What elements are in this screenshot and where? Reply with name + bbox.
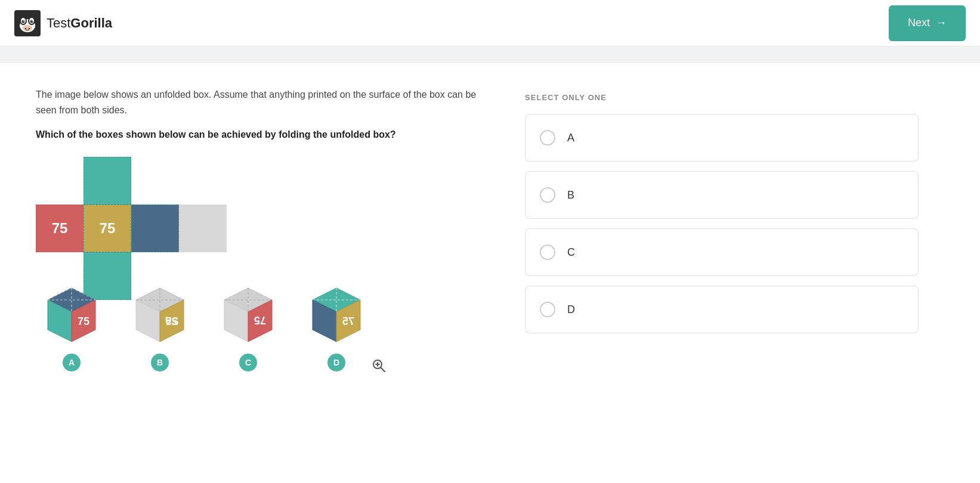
options-panel: SELECT ONLY ONE A B C D bbox=[525, 87, 919, 371]
cube-b-label: B bbox=[151, 354, 169, 371]
svg-point-12 bbox=[29, 28, 30, 29]
face-left: 75 bbox=[36, 205, 84, 252]
cube-d-svg: 75 bbox=[301, 282, 372, 348]
zoom-icon[interactable] bbox=[371, 358, 387, 376]
svg-point-7 bbox=[30, 20, 33, 23]
answer-cubes-row: 75 A 25 bbox=[36, 282, 477, 371]
face-center: 75 bbox=[84, 205, 131, 252]
cube-c-label: C bbox=[239, 354, 257, 371]
question-panel: The image below shows an unfolded box. A… bbox=[36, 87, 477, 371]
option-row-a[interactable]: A bbox=[525, 114, 919, 162]
cube-a-svg: 75 bbox=[36, 282, 107, 348]
cube-c-svg: 75 bbox=[212, 282, 284, 348]
radio-c[interactable] bbox=[540, 244, 555, 260]
cube-a-label: A bbox=[63, 354, 81, 371]
svg-text:75: 75 bbox=[342, 315, 354, 327]
option-label-a: A bbox=[567, 132, 574, 144]
svg-point-9 bbox=[32, 20, 33, 21]
logo-icon bbox=[14, 10, 41, 36]
answer-cube-d: 75 D bbox=[301, 282, 372, 371]
cube-d-label: D bbox=[327, 354, 345, 371]
question-description: The image below shows an unfolded box. A… bbox=[36, 87, 477, 117]
cube-b-svg: 25 ᔭS bbox=[124, 282, 196, 348]
logo-text: TestGorilla bbox=[47, 16, 112, 31]
face-top bbox=[84, 157, 131, 205]
unfolded-box-diagram: 75 75 bbox=[36, 157, 215, 282]
subheader-bar bbox=[0, 47, 980, 63]
answer-cube-a: 75 A bbox=[36, 282, 107, 371]
answer-cube-c: 75 C bbox=[212, 282, 284, 371]
svg-text:ᔭS: ᔭS bbox=[165, 315, 178, 327]
face-far-right bbox=[179, 205, 227, 252]
radio-b[interactable] bbox=[540, 187, 555, 203]
radio-a[interactable] bbox=[540, 130, 555, 145]
arrow-right-icon: → bbox=[936, 17, 947, 29]
select-only-one-label: SELECT ONLY ONE bbox=[525, 93, 919, 102]
svg-point-11 bbox=[25, 28, 27, 29]
face-right bbox=[131, 205, 179, 252]
svg-text:75: 75 bbox=[254, 314, 266, 326]
header: TestGorilla Next → bbox=[0, 0, 980, 47]
option-label-d: D bbox=[567, 304, 575, 316]
svg-text:75: 75 bbox=[78, 315, 89, 327]
radio-d[interactable] bbox=[540, 302, 555, 317]
main-content: The image below shows an unfolded box. A… bbox=[0, 63, 954, 395]
svg-point-6 bbox=[22, 20, 25, 23]
option-row-d[interactable]: D bbox=[525, 286, 919, 333]
option-label-b: B bbox=[567, 189, 574, 202]
option-row-c[interactable]: C bbox=[525, 228, 919, 276]
next-button[interactable]: Next → bbox=[889, 5, 966, 41]
option-row-b[interactable]: B bbox=[525, 171, 919, 219]
answer-cube-b: 25 ᔭS B bbox=[124, 282, 196, 371]
question-bold: Which of the boxes shown below can be ac… bbox=[36, 129, 477, 140]
svg-line-41 bbox=[381, 367, 385, 371]
svg-point-8 bbox=[23, 20, 24, 21]
option-label-c: C bbox=[567, 246, 575, 259]
logo: TestGorilla bbox=[14, 10, 112, 36]
